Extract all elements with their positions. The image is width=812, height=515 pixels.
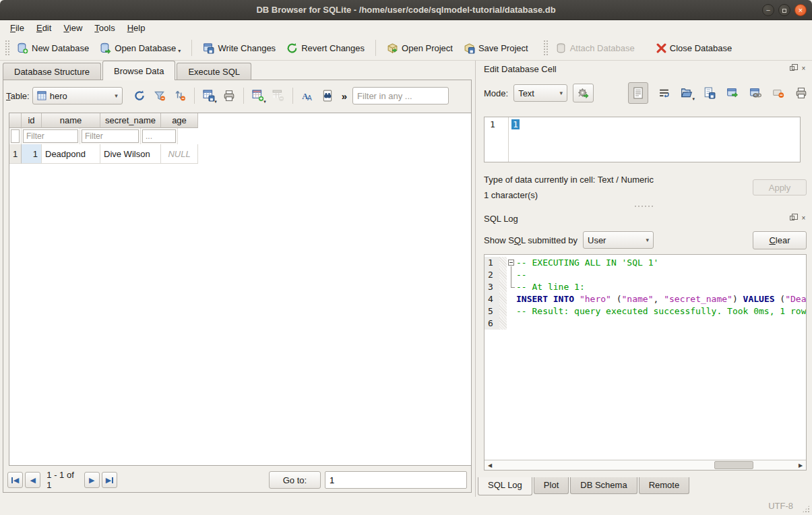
- menu-file[interactable]: File: [4, 22, 30, 34]
- table-label: Table:: [6, 91, 30, 101]
- grid-cell[interactable]: Dive Wilson: [100, 144, 161, 164]
- menu-tools[interactable]: Tools: [88, 22, 121, 34]
- new-database-button[interactable]: New Database: [11, 40, 94, 57]
- tab-browse-data[interactable]: Browse Data: [102, 61, 175, 80]
- dock-close-button[interactable]: ×: [799, 64, 808, 73]
- previous-record-button[interactable]: ◀: [25, 472, 40, 488]
- next-record-button[interactable]: ▶: [84, 472, 100, 488]
- sql-log-dock-buttons: ×: [788, 214, 808, 222]
- grid-cell[interactable]: 1: [22, 144, 42, 164]
- sql-source-selector[interactable]: User ▾: [583, 231, 654, 249]
- open-project-button[interactable]: Open Project: [381, 40, 458, 57]
- close-database-button[interactable]: Close Database: [651, 40, 738, 56]
- fold-marker[interactable]: [507, 257, 516, 269]
- first-record-button[interactable]: ◀: [7, 472, 23, 488]
- set-null-button[interactable]: [770, 84, 787, 102]
- dock-float-button[interactable]: [788, 64, 797, 73]
- grid-cell[interactable]: Deadpond: [42, 144, 100, 164]
- import-from-file-button[interactable]: ▾: [678, 84, 695, 102]
- open-database-dropdown-arrow[interactable]: ▾: [178, 48, 181, 54]
- toolbar-overflow-chevron[interactable]: »: [339, 90, 350, 102]
- export-window-icon: [726, 87, 739, 99]
- window-title: DB Browser for SQLite - /home/user/code/…: [256, 5, 555, 15]
- word-wrap-button[interactable]: [655, 84, 673, 102]
- export-to-file-button[interactable]: [701, 84, 718, 102]
- toolbar-drag-handle[interactable]: [5, 40, 9, 56]
- sql-log-code: [516, 317, 806, 330]
- fold-marker[interactable]: [507, 269, 516, 281]
- cell-editor[interactable]: 1 1: [484, 117, 801, 162]
- find-button[interactable]: [319, 87, 336, 104]
- tab-execute-sql[interactable]: Execute SQL: [177, 63, 251, 80]
- attach-database-button[interactable]: Attach Database: [550, 40, 640, 57]
- minimize-button[interactable]: −: [762, 4, 774, 16]
- maximize-button[interactable]: [778, 4, 790, 16]
- goto-record-input[interactable]: [325, 471, 467, 489]
- grid-filter-cell: ...: [141, 128, 178, 144]
- grid-cell[interactable]: NULL: [161, 144, 198, 164]
- clear-log-button[interactable]: Clear: [753, 231, 807, 249]
- menu-help[interactable]: Help: [121, 22, 152, 34]
- data-grid: idnamesecret_nameage FilterFilter... 11D…: [9, 113, 472, 466]
- open-database-button[interactable]: Open Database ▾: [94, 40, 186, 57]
- mode-selector[interactable]: Text ▾: [513, 84, 567, 102]
- grid-column-header[interactable]: id: [22, 113, 42, 128]
- insert-record-button[interactable]: ▾: [249, 87, 267, 104]
- tab-plot[interactable]: Plot: [534, 477, 569, 494]
- new-database-icon: [17, 42, 28, 54]
- dock-float-button[interactable]: [788, 214, 797, 222]
- toolbar-drag-handle[interactable]: [543, 40, 548, 56]
- clear-sorting-button[interactable]: [171, 87, 189, 104]
- tab-remote[interactable]: Remote: [639, 477, 690, 494]
- grid-column-header[interactable]: name: [42, 113, 100, 128]
- print-cell-button[interactable]: [792, 84, 810, 102]
- revert-changes-button[interactable]: Revert Changes: [281, 40, 370, 57]
- resize-grip[interactable]: [802, 505, 810, 513]
- scrollbar-track[interactable]: [495, 460, 795, 470]
- sql-log-view[interactable]: 1-- EXECUTING ALL IN 'SQL 1'2--3-- At li…: [484, 254, 807, 471]
- close-button[interactable]: ×: [794, 4, 807, 16]
- menu-view[interactable]: View: [57, 22, 88, 34]
- filter-box[interactable]: Filter: [82, 129, 139, 143]
- open-in-app-button[interactable]: [747, 84, 764, 102]
- clear-filters-button[interactable]: [151, 87, 168, 104]
- grid-column-header[interactable]: age: [161, 113, 198, 128]
- dock-close-button[interactable]: ×: [799, 214, 808, 222]
- save-project-button[interactable]: Save Project: [458, 40, 534, 57]
- write-changes-button[interactable]: Write Changes: [197, 40, 281, 57]
- last-record-button[interactable]: ▶: [102, 472, 117, 488]
- tab-db-schema[interactable]: DB Schema: [570, 477, 637, 494]
- filter-any-column-input[interactable]: [352, 87, 449, 104]
- apply-data-button[interactable]: [573, 84, 594, 102]
- scroll-right-arrow[interactable]: ▶: [795, 460, 806, 470]
- first-record-icon: [11, 477, 13, 483]
- horizontal-scrollbar[interactable]: ◀ ▶: [485, 460, 806, 470]
- filter-box[interactable]: [11, 129, 20, 143]
- print-table-button[interactable]: [220, 87, 238, 104]
- scroll-left-arrow[interactable]: ◀: [485, 460, 495, 470]
- table-selector[interactable]: hero ▾: [32, 87, 123, 104]
- fold-marker[interactable]: [507, 281, 516, 293]
- apply-button[interactable]: Apply: [753, 179, 807, 195]
- mode-label: Mode:: [484, 88, 508, 98]
- scrollbar-thumb[interactable]: [714, 461, 753, 469]
- copy-to-external-button[interactable]: [724, 84, 741, 102]
- menu-edit[interactable]: Edit: [30, 22, 57, 34]
- tab-sql-log[interactable]: SQL Log: [478, 477, 532, 495]
- line-number: 4: [485, 293, 499, 305]
- tab-database-structure[interactable]: Database Structure: [3, 63, 101, 80]
- grid-column-header[interactable]: secret_name: [100, 113, 161, 128]
- delete-record-button[interactable]: [270, 87, 287, 104]
- font-settings-button[interactable]: AA: [299, 87, 316, 104]
- goto-button[interactable]: Go to:: [269, 471, 321, 489]
- sort-arrows-icon: [174, 90, 186, 102]
- grid-corner-header[interactable]: [9, 113, 22, 128]
- toolbar-separator: [191, 40, 192, 56]
- dock-splitter-handle[interactable]: [476, 204, 812, 208]
- refresh-button[interactable]: [131, 87, 148, 104]
- save-table-button[interactable]: ▾: [200, 87, 218, 104]
- filter-box[interactable]: ...: [142, 129, 176, 143]
- filter-box[interactable]: Filter: [23, 129, 78, 143]
- row-number-cell[interactable]: 1: [9, 144, 22, 164]
- text-mode-button[interactable]: [628, 82, 648, 104]
